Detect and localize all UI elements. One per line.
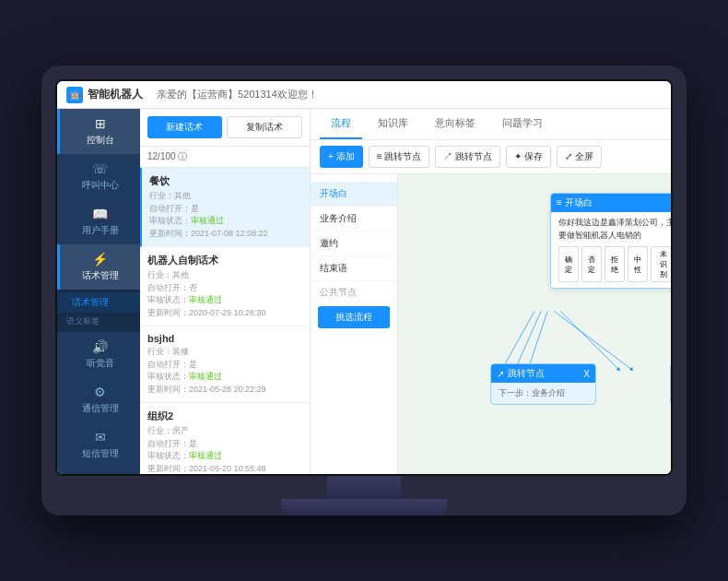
sidebar-item-console[interactable]: ⊞ 控制台	[57, 109, 140, 154]
skill-meta-3: 行业：装修 自动打开：是 审核状态：审核通过 更新时间：2021-05-28 2…	[147, 346, 302, 396]
jump-node-1-icon: ↗	[497, 369, 504, 379]
sidebar-item-callcenter[interactable]: ☏ 呼叫中心	[57, 154, 140, 199]
sidebar-sub-label: 语义标签	[57, 313, 140, 329]
monitor-stand	[55, 476, 673, 516]
action-confirm[interactable]: 确定	[558, 246, 579, 282]
skill-name-1: 餐饮	[149, 174, 302, 188]
editor-area: 流程 知识库 意向标签 问题学习 + 添加 ≡ 跳转节点 ↗ 跳转节点 ✦ 保存…	[311, 109, 671, 474]
sidebar-label-skills: 话术管理	[82, 269, 119, 282]
skill-card-3[interactable]: bsjhd 行业：装修 自动打开：是 审核状态：审核通过 更新时间：2021-0…	[140, 326, 310, 403]
sidebar-item-sms[interactable]: ✉ 短信管理	[57, 422, 140, 468]
svg-line-2	[554, 311, 632, 369]
jump-node-2[interactable]: ↗ 跳转节点 下一步：挑选流程	[670, 363, 671, 405]
manage-nodes-button[interactable]: ≡ 跳转节点	[369, 146, 430, 168]
sidebar-label-comms: 通信管理	[82, 402, 119, 415]
jump-node-1-body: 下一步：业务介绍	[499, 387, 588, 399]
stand-base	[281, 499, 447, 516]
start-node-body: 你好我这边是鑫泽策划公司，主要做智能机器人电销的	[558, 217, 671, 242]
skill-meta-1: 行业：其他 自动打开：是 审核状态：审核通过 更新时间：2021-07-08 1…	[149, 190, 302, 240]
app-title: 🤖 智能机器人	[66, 87, 143, 103]
monitor: 🤖 智能机器人 亲爱的【运营商】5201314欢迎您！ ⊞ 控制台 ☏ 呼叫中心…	[41, 65, 687, 516]
svg-line-4	[528, 311, 547, 369]
skill-card-2[interactable]: 机器人自制话术 行业：其他 自动打开：否 审核状态：审核通过 更新时间：2020…	[140, 247, 310, 326]
start-node-title: ≡ 开场白	[557, 196, 593, 209]
sidebar-item-comms[interactable]: ⚙ 通信管理	[57, 377, 140, 422]
sidebar-item-staff[interactable]: 👤 员工管理	[57, 468, 140, 474]
sms-icon: ✉	[95, 430, 106, 445]
flow-canvas[interactable]: ≡ 开场白 X 你好我这边是鑫泽策划公司，主要做智能机器人电销的 确定 否定	[398, 174, 671, 474]
robot-icon: 🤖	[66, 87, 83, 103]
editor-toolbar: + 添加 ≡ 跳转节点 ↗ 跳转节点 ✦ 保存 ⤢ 全屏	[311, 140, 671, 174]
node-list-panel: 开场白 业务介绍 邀约 结束语 公共节点 挑选流程	[311, 174, 398, 474]
skills-count: 12/100 ⓘ	[140, 147, 310, 168]
skills-icon: ⚡	[92, 252, 108, 267]
sidebar-label-manual: 用户手册	[82, 224, 119, 237]
flow-wrapper: 开场白 业务介绍 邀约 结束语 公共节点 挑选流程	[311, 174, 671, 474]
editor-tabs: 流程 知识库 意向标签 问题学习	[311, 109, 671, 140]
skill-name-4: 组织2	[147, 409, 302, 423]
skill-card-4[interactable]: 组织2 行业：房产 自动打开：是 审核状态：审核通过 更新时间：2021-05-…	[140, 403, 310, 474]
new-skill-button[interactable]: 新建话术	[147, 116, 222, 138]
start-node-actions: 确定 否定 拒绝 中性 未识别	[558, 246, 671, 282]
comms-icon: ⚙	[94, 385, 106, 399]
skill-card-1[interactable]: 餐饮 行业：其他 自动打开：是 审核状态：审核通过 更新时间：2021-07-0…	[140, 168, 310, 247]
copy-skill-button[interactable]: 复制话术	[227, 116, 303, 138]
add-button[interactable]: + 添加	[320, 146, 363, 168]
fullscreen-button[interactable]: ⤢ 全屏	[557, 146, 602, 168]
stand-neck	[327, 476, 401, 499]
skill-meta-4: 行业：房产 自动打开：是 审核状态：审核通过 更新时间：2021-05-20 1…	[147, 425, 302, 474]
top-bar: 🤖 智能机器人 亲爱的【运营商】5201314欢迎您！	[57, 81, 671, 109]
tab-flow[interactable]: 流程	[320, 109, 362, 139]
skill-name-3: bsjhd	[147, 333, 302, 344]
node-list-divider: 公共节点	[311, 281, 397, 302]
sidebar-item-manual[interactable]: 📖 用户手册	[57, 199, 140, 244]
sidebar: ⊞ 控制台 ☏ 呼叫中心 📖 用户手册 ⚡ 话术管理 话术管理 语义标签	[57, 109, 140, 474]
jump-node-1-close[interactable]: X	[583, 369, 590, 379]
node-list-start[interactable]: 开场白	[311, 182, 397, 207]
action-deny[interactable]: 否定	[581, 246, 602, 282]
svg-line-1	[502, 311, 534, 369]
skill-meta-2: 行业：其他 自动打开：否 审核状态：审核通过 更新时间：2020-07-29 1…	[147, 269, 302, 319]
node-list-invite[interactable]: 邀约	[311, 231, 397, 256]
sidebar-item-audio[interactable]: 🔊 听觉音	[57, 332, 140, 377]
sidebar-label-console: 控制台	[87, 134, 114, 147]
callcenter-icon: ☏	[92, 161, 109, 176]
manual-icon: 📖	[92, 207, 108, 221]
svg-line-3	[515, 311, 541, 369]
action-unrecognized[interactable]: 未识别	[651, 246, 671, 282]
node-list-end[interactable]: 结束语	[311, 256, 397, 281]
greeting-message: 亲爱的【运营商】5201314欢迎您！	[157, 88, 318, 101]
sidebar-label-callcenter: 呼叫中心	[82, 179, 119, 192]
tab-learning[interactable]: 问题学习	[491, 109, 554, 139]
sidebar-sub: 话术管理 语义标签	[57, 290, 140, 332]
svg-line-5	[560, 311, 618, 369]
node-list-business[interactable]: 业务介绍	[311, 207, 397, 231]
audio-icon: 🔊	[92, 339, 108, 354]
sidebar-sub-skills-mgmt[interactable]: 话术管理	[57, 292, 140, 313]
console-icon: ⊞	[95, 116, 106, 131]
jump-node-button[interactable]: ↗ 跳转节点	[435, 146, 500, 168]
screen: 🤖 智能机器人 亲爱的【运营商】5201314欢迎您！ ⊞ 控制台 ☏ 呼叫中心…	[55, 79, 673, 476]
app-name: 智能机器人	[88, 87, 143, 102]
skills-panel: 新建话术 复制话术 12/100 ⓘ 餐饮 行业	[140, 109, 311, 474]
action-neutral[interactable]: 中性	[628, 246, 648, 282]
jump-node-1[interactable]: ↗ 跳转节点 X 下一步：业务介绍	[490, 363, 596, 405]
sidebar-item-skills[interactable]: ⚡ 话术管理	[57, 244, 140, 290]
action-reject[interactable]: 拒绝	[605, 246, 625, 282]
content-area: 新建话术 复制话术 12/100 ⓘ 餐饮 行业	[140, 109, 671, 474]
tab-knowledge[interactable]: 知识库	[367, 109, 419, 139]
skill-name-2: 机器人自制话术	[147, 254, 302, 267]
skills-toolbar: 新建话术 复制话术	[140, 109, 310, 147]
tab-intention[interactable]: 意向标签	[424, 109, 487, 139]
start-node-header: ≡ 开场白 X	[551, 194, 671, 212]
main-layout: ⊞ 控制台 ☏ 呼叫中心 📖 用户手册 ⚡ 话术管理 话术管理 语义标签	[57, 109, 671, 474]
sidebar-label-sms: 短信管理	[82, 447, 119, 460]
node-list-special[interactable]: 挑选流程	[318, 306, 390, 328]
jump-node-1-header: ↗ 跳转节点 X	[491, 364, 595, 383]
skills-list: 餐饮 行业：其他 自动打开：是 审核状态：审核通过 更新时间：2021-07-0…	[140, 168, 310, 474]
sidebar-label-audio: 听觉音	[87, 357, 114, 370]
jump-node-1-title: 跳转节点	[508, 367, 545, 380]
save-button[interactable]: ✦ 保存	[506, 146, 551, 168]
start-node[interactable]: ≡ 开场白 X 你好我这边是鑫泽策划公司，主要做智能机器人电销的 确定 否定	[550, 193, 671, 289]
